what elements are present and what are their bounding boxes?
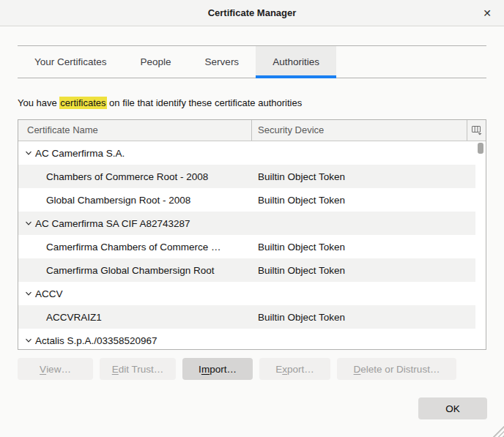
close-icon[interactable]: ✕ — [478, 0, 497, 26]
column-picker-icon — [471, 124, 483, 136]
window-title: Certificate Manager — [0, 0, 504, 26]
chevron-down-icon[interactable] — [24, 149, 35, 157]
tab-authorities[interactable]: Authorities — [256, 46, 336, 78]
delete-or-distrust-button[interactable]: Delete or Distrust… — [337, 358, 456, 380]
tree-group-row[interactable]: Actalis S.p.A./03358520967 — [18, 329, 475, 349]
titlebar: Certificate Manager ✕ — [0, 0, 504, 26]
tab-strip: Your Certificates People Servers Authori… — [18, 45, 486, 78]
column-header-security-device[interactable]: Security Device — [251, 120, 467, 141]
info-text: You have certificates on file that ident… — [18, 97, 302, 108]
search-highlight: certificates — [59, 97, 106, 109]
tab-people[interactable]: People — [124, 46, 188, 78]
table-header: Certificate Name Security Device — [18, 120, 486, 141]
security-device: Builtin Object Token — [252, 171, 475, 182]
group-name: Actalis S.p.A./03358520967 — [35, 335, 158, 346]
info-text-post: on file that identify these certificate … — [107, 97, 303, 108]
group-name: AC Camerfirma SA CIF A82743287 — [35, 218, 190, 229]
action-button-row: View… Edit Trust… Import… Export… Delete… — [18, 358, 456, 380]
certificate-name: Chambers of Commerce Root - 2008 — [18, 171, 252, 182]
import-button[interactable]: Import… — [182, 358, 253, 380]
edit-trust-button[interactable]: Edit Trust… — [100, 358, 176, 380]
certificate-name: Camerfirma Chambers of Commerce … — [18, 242, 252, 253]
chevron-down-icon[interactable] — [24, 289, 35, 298]
tree-group-row[interactable]: AC Camerfirma SA CIF A82743287 — [18, 212, 475, 235]
vertical-scrollbar[interactable] — [475, 141, 486, 349]
security-device: Builtin Object Token — [252, 195, 475, 206]
certificate-name: Global Chambersign Root - 2008 — [18, 195, 252, 206]
view-button[interactable]: View… — [18, 358, 93, 380]
chevron-down-icon[interactable] — [24, 336, 35, 345]
tree-cert-row[interactable]: ACCVRAIZ1 Builtin Object Token — [18, 305, 475, 329]
certificate-table: Certificate Name Security Device AC Came… — [18, 119, 486, 350]
tree-group-row[interactable]: AC Camerfirma S.A. — [18, 141, 475, 165]
tab-servers[interactable]: Servers — [188, 46, 256, 78]
resize-grip[interactable] — [492, 425, 504, 437]
scrollbar-thumb[interactable] — [478, 143, 483, 154]
column-picker-button[interactable] — [467, 120, 486, 141]
tree-cert-row[interactable]: Camerfirma Global Chambersign Root Built… — [18, 258, 475, 282]
chevron-down-icon[interactable] — [24, 219, 35, 228]
security-device: Builtin Object Token — [252, 242, 475, 253]
tree-group-row[interactable]: ACCV — [18, 282, 475, 305]
security-device: Builtin Object Token — [252, 312, 475, 323]
group-name: ACCV — [35, 288, 63, 299]
certificate-name: Camerfirma Global Chambersign Root — [18, 265, 252, 276]
ok-button[interactable]: OK — [418, 397, 487, 419]
tab-your-certificates[interactable]: Your Certificates — [18, 46, 124, 78]
security-device: Builtin Object Token — [252, 265, 475, 276]
table-body: AC Camerfirma S.A. Chambers of Commerce … — [18, 141, 486, 349]
column-header-certificate-name[interactable]: Certificate Name — [18, 120, 251, 141]
tree-cert-row[interactable]: Global Chambersign Root - 2008 Builtin O… — [18, 188, 475, 212]
certificate-manager-dialog: Certificate Manager ✕ Your Certificates … — [0, 0, 504, 437]
export-button[interactable]: Export… — [259, 358, 330, 380]
group-name: AC Camerfirma S.A. — [35, 148, 125, 159]
info-text-pre: You have — [18, 97, 59, 108]
certificate-name: ACCVRAIZ1 — [18, 312, 252, 323]
tree-cert-row[interactable]: Camerfirma Chambers of Commerce … Builti… — [18, 235, 475, 258]
tree-cert-row[interactable]: Chambers of Commerce Root - 2008 Builtin… — [18, 165, 475, 188]
